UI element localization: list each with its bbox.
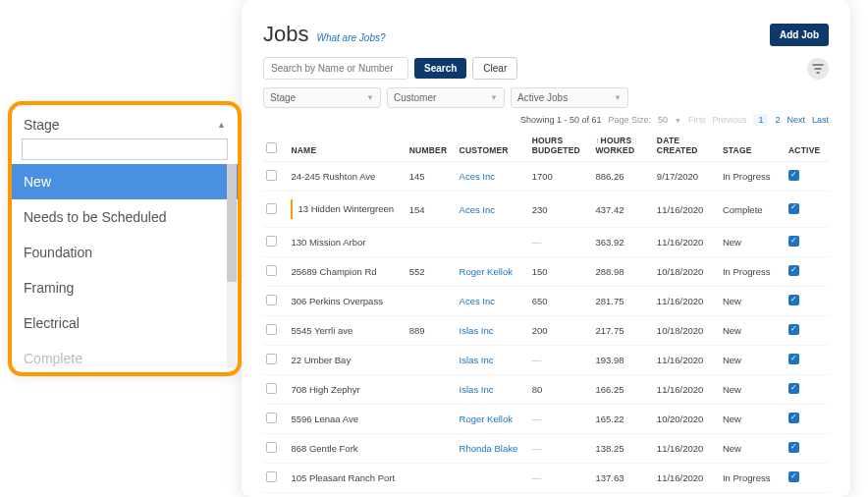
active-checkbox-icon	[788, 265, 799, 276]
row-checkbox[interactable]	[266, 442, 277, 453]
dropdown-item[interactable]: New	[12, 164, 238, 199]
page-title: Jobs	[263, 22, 308, 47]
cell-active[interactable]	[786, 192, 829, 228]
col-date-created[interactable]: DATE CREATED	[654, 130, 720, 162]
table-row[interactable]: 868 Gentle ForkRhonda Blake—138.2511/16/…	[263, 434, 829, 464]
cell-name: 22 Umber Bay	[288, 346, 406, 375]
search-input[interactable]	[263, 57, 408, 80]
table-row[interactable]: 22 Umber BayIslas Inc—193.9811/16/2020Ne…	[263, 346, 829, 375]
pager-page-2[interactable]: 2	[775, 115, 780, 125]
pager-first[interactable]: First	[688, 115, 706, 125]
cell-customer[interactable]: Aces Inc	[457, 192, 529, 228]
cell-active[interactable]	[786, 316, 829, 346]
cell-customer[interactable]: Aces Inc	[457, 162, 529, 192]
status-filter[interactable]: Active Jobs▼	[511, 87, 628, 108]
table-row[interactable]: 5596 Lenaa AveRoger Kellok—165.2210/20/2…	[263, 405, 829, 434]
cell-active[interactable]	[786, 228, 829, 257]
cell-active[interactable]	[786, 162, 829, 192]
caret-down-icon: ▼	[614, 93, 622, 102]
cell-customer[interactable]: Aces Inc	[457, 287, 529, 316]
dropdown-item[interactable]: Foundation	[12, 235, 238, 270]
table-row[interactable]: 105 Pleasant Ranch Port—137.6311/16/2020…	[263, 464, 829, 493]
dropdown-item[interactable]: Complete	[12, 341, 238, 368]
dropdown-item[interactable]: Needs to be Scheduled	[12, 199, 238, 235]
cell-active[interactable]	[786, 257, 829, 287]
search-button[interactable]: Search	[414, 58, 466, 79]
col-select[interactable]	[263, 130, 288, 162]
filter-icon[interactable]	[807, 58, 829, 80]
row-checkbox[interactable]	[266, 170, 277, 181]
cell-customer[interactable]: Islas Inc	[457, 375, 529, 405]
clear-button[interactable]: Clear	[472, 57, 517, 80]
dropdown-item[interactable]: Electrical	[12, 305, 238, 341]
table-row[interactable]: 5545 Yerrli ave889Islas Inc200217.7510/1…	[263, 316, 829, 346]
cell-customer[interactable]: Rhonda Blake	[457, 434, 529, 464]
dropdown-header[interactable]: Stage ▲	[12, 115, 238, 138]
add-job-button[interactable]: Add Job	[770, 24, 829, 46]
pager-previous[interactable]: Previous	[712, 115, 746, 125]
dropdown-search-input[interactable]	[22, 138, 228, 160]
pager-last[interactable]: Last	[812, 115, 829, 125]
row-checkbox[interactable]	[266, 265, 277, 276]
table-row[interactable]: 130 Mission Arbor—363.9211/16/2020New	[263, 228, 829, 257]
table-row[interactable]: 24-245 Rushton Ave145Aces Inc1700886.269…	[263, 162, 829, 192]
cell-name: 306 Perkins Overpass	[288, 287, 406, 316]
table-row[interactable]: 25689 Champion Rd552Roger Kellok150288.9…	[263, 257, 829, 287]
cell-hours-worked: 281.75	[592, 287, 653, 316]
what-are-jobs-link[interactable]: What are Jobs?	[316, 32, 385, 43]
cell-customer[interactable]: Roger Kellok	[457, 257, 529, 287]
cell-customer[interactable]: Roger Kellok	[457, 405, 529, 434]
cell-active[interactable]	[786, 434, 829, 464]
col-hours-worked[interactable]: ↑HOURS WORKED	[592, 130, 653, 162]
customer-filter[interactable]: Customer▼	[387, 87, 505, 108]
col-hours-budgeted[interactable]: HOURS BUDGETED	[529, 130, 593, 162]
page-size-label: Page Size:	[608, 115, 651, 125]
stage-filter[interactable]: Stage▼	[263, 87, 381, 108]
cell-name: 5545 Yerrli ave	[288, 316, 406, 346]
cell-number: 889	[407, 316, 457, 346]
cell-active[interactable]	[786, 464, 829, 493]
active-checkbox-icon	[788, 236, 799, 247]
cell-active[interactable]	[786, 346, 829, 375]
row-checkbox[interactable]	[266, 236, 277, 247]
col-name[interactable]: NAME	[288, 130, 406, 162]
cell-active[interactable]	[786, 375, 829, 405]
caret-down-icon: ▼	[490, 93, 498, 102]
row-checkbox[interactable]	[266, 354, 277, 364]
row-checkbox[interactable]	[266, 295, 277, 305]
page-size-value[interactable]: 50	[658, 115, 668, 125]
cell-date: 10/18/2020	[654, 257, 720, 287]
cell-stage: In Progress	[720, 464, 786, 493]
cell-customer[interactable]: Islas Inc	[457, 316, 529, 346]
cell-active[interactable]	[786, 405, 829, 434]
active-checkbox-icon	[788, 295, 799, 305]
col-stage[interactable]: STAGE	[720, 130, 786, 162]
row-checkbox[interactable]	[266, 203, 277, 214]
cell-date: 9/17/2020	[654, 162, 720, 192]
col-customer[interactable]: CUSTOMER	[457, 130, 529, 162]
table-row[interactable]: 708 High ZephyrIslas Inc80166.2511/16/20…	[263, 375, 829, 405]
table-row[interactable]: 306 Perkins OverpassAces Inc650281.7511/…	[263, 287, 829, 316]
pager-page-1[interactable]: 1	[753, 114, 768, 126]
dropdown-scroll-thumb[interactable]	[227, 164, 237, 282]
dropdown-item[interactable]: Framing	[12, 270, 238, 305]
row-checkbox[interactable]	[266, 471, 277, 482]
cell-date: 11/16/2020	[654, 464, 720, 493]
row-checkbox[interactable]	[266, 383, 277, 394]
row-checkbox[interactable]	[266, 413, 277, 423]
active-checkbox-icon	[788, 354, 799, 364]
cell-hours-worked: 137.63	[592, 464, 653, 493]
cell-hours-worked: 886.26	[592, 162, 653, 192]
active-checkbox-icon	[788, 170, 799, 181]
row-checkbox[interactable]	[266, 324, 277, 335]
table-row[interactable]: 13 Hidden Wintergreen154Aces Inc230437.4…	[263, 192, 829, 228]
col-number[interactable]: NUMBER	[407, 130, 457, 162]
active-checkbox-icon	[788, 413, 799, 423]
cell-number: 145	[407, 162, 457, 192]
col-active[interactable]: ACTIVE	[786, 130, 829, 162]
cell-customer[interactable]: Islas Inc	[457, 346, 529, 375]
jobs-panel: Jobs What are Jobs? Add Job Search Clear…	[242, 0, 850, 497]
pager-next[interactable]: Next	[787, 115, 805, 125]
cell-date: 10/20/2020	[654, 405, 720, 434]
cell-active[interactable]	[786, 287, 829, 316]
